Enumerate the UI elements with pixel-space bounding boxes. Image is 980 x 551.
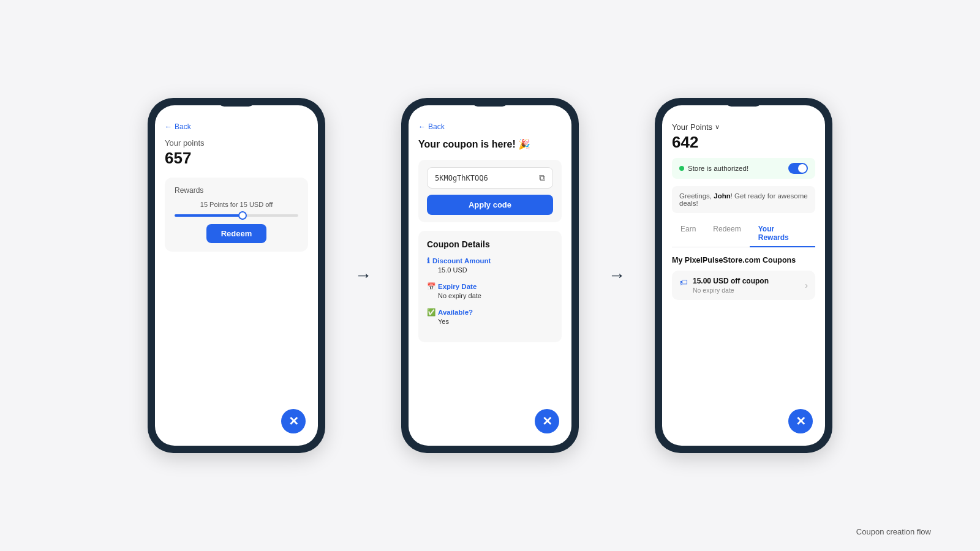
discount-row: ℹ Discount Amount 15.0 USD <box>427 257 553 274</box>
discount-value: 15.0 USD <box>427 266 553 274</box>
points-value-1: 657 <box>165 149 308 168</box>
greeting-prefix: Greetings, <box>679 192 714 200</box>
close-button-3[interactable]: ✕ <box>788 409 813 433</box>
green-dot-icon <box>679 166 684 171</box>
coupon-item-expiry: No expiry date <box>693 287 769 294</box>
close-button-2[interactable]: ✕ <box>535 409 559 433</box>
phone-2-inner: ← Back Your coupon is here! 🎉 5KMOgThKTO… <box>409 105 571 446</box>
arrow-1: → <box>355 266 372 285</box>
greeting-name: John <box>714 192 730 200</box>
copy-icon[interactable]: ⧉ <box>539 173 545 183</box>
phone-1: ← Back Your points 657 Rewards 15 Points… <box>148 98 325 453</box>
greetings-bar: Greetings, John! Get ready for awesome d… <box>672 186 815 213</box>
coupon-tag-icon: 🏷 <box>679 277 688 287</box>
slider-fill <box>175 214 243 217</box>
coupon-code-box: 5KMOgThKTOQ6 ⧉ Apply code <box>418 160 562 222</box>
phone-1-content: ← Back Your points 657 Rewards 15 Points… <box>155 105 318 446</box>
store-auth-text: Store is authorized! <box>688 165 748 172</box>
scene: ← Back Your points 657 Rewards 15 Points… <box>148 98 832 453</box>
store-auth-bar: Store is authorized! <box>672 158 815 179</box>
coupon-item-info: 15.00 USD off coupon No expiry date <box>693 277 769 294</box>
coupon-chevron-right-icon: › <box>805 280 808 290</box>
back-nav-1[interactable]: ← Back <box>165 122 308 131</box>
coupon-item[interactable]: 🏷 15.00 USD off coupon No expiry date › <box>672 271 815 300</box>
coupon-item-name: 15.00 USD off coupon <box>693 277 769 285</box>
rewards-card: Rewards 15 Points for 15 USD off Redeem <box>165 178 308 252</box>
coupon-code-text: 5KMOgThKTOQ6 <box>435 174 488 182</box>
phone-3: Your Points ∨ 642 Store is authorized! <box>655 98 832 453</box>
available-row: ✅ Available? Yes <box>427 308 553 325</box>
tab-redeem[interactable]: Redeem <box>704 220 749 247</box>
apply-code-button[interactable]: Apply code <box>427 195 553 215</box>
available-label: ✅ Available? <box>427 308 553 317</box>
coupon-item-left: 🏷 15.00 USD off coupon No expiry date <box>679 277 769 294</box>
code-input-row: 5KMOgThKTOQ6 ⧉ <box>427 167 553 189</box>
store-auth-left: Store is authorized! <box>679 165 748 172</box>
coupon-title: Your coupon is here! 🎉 <box>418 138 562 150</box>
calendar-icon: 📅 <box>427 282 435 291</box>
discount-icon: ℹ <box>427 257 430 265</box>
expiry-value: No expiry date <box>427 292 553 299</box>
phone-3-content: Your Points ∨ 642 Store is authorized! <box>662 105 825 446</box>
your-points-label: Your points <box>165 138 308 148</box>
redeem-button[interactable]: Redeem <box>206 224 267 243</box>
notch-1 <box>218 98 255 107</box>
toggle-switch[interactable] <box>788 163 808 174</box>
phone-1-inner: ← Back Your points 657 Rewards 15 Points… <box>155 105 318 446</box>
phone-2-content: ← Back Your coupon is here! 🎉 5KMOgThKTO… <box>409 105 571 446</box>
toggle-knob <box>798 164 807 173</box>
back-label-1: Back <box>175 122 191 131</box>
coupon-details-title: Coupon Details <box>427 239 553 249</box>
expiry-row: 📅 Expiry Date No expiry date <box>427 282 553 299</box>
coupons-section-title: My PixelPulseStore.com Coupons <box>672 256 815 264</box>
expiry-label: 📅 Expiry Date <box>427 282 553 291</box>
slider-thumb <box>238 211 247 220</box>
points-value-3: 642 <box>672 133 815 152</box>
points-header-left: Your Points ∨ <box>672 122 720 132</box>
points-header: Your Points ∨ <box>672 122 815 132</box>
caption: Coupon creation flow <box>856 527 931 536</box>
back-arrow-2: ← <box>418 122 426 131</box>
available-icon: ✅ <box>427 308 435 317</box>
rewards-card-title: Rewards <box>175 186 298 195</box>
reward-info: 15 Points for 15 USD off <box>175 201 298 208</box>
tab-earn[interactable]: Earn <box>672 220 704 247</box>
chevron-down-icon[interactable]: ∨ <box>715 123 720 131</box>
notch-2 <box>472 98 508 107</box>
notch-3 <box>725 98 762 107</box>
available-value: Yes <box>427 318 553 325</box>
back-nav-2[interactable]: ← Back <box>418 122 562 131</box>
back-arrow-1: ← <box>165 122 172 131</box>
discount-label: ℹ Discount Amount <box>427 257 553 265</box>
phone-2: ← Back Your coupon is here! 🎉 5KMOgThKTO… <box>401 98 579 453</box>
tabs-row: Earn Redeem Your Rewards <box>672 220 815 247</box>
points-header-title: Your Points <box>672 122 712 132</box>
tab-your-rewards[interactable]: Your Rewards <box>750 220 815 247</box>
close-button-1[interactable]: ✕ <box>281 409 306 433</box>
arrow-2: → <box>608 266 625 285</box>
phone-3-inner: Your Points ∨ 642 Store is authorized! <box>662 105 825 446</box>
slider-container[interactable] <box>175 214 298 217</box>
slider-track <box>175 214 298 217</box>
back-label-2: Back <box>428 122 445 131</box>
coupon-details-box: Coupon Details ℹ Discount Amount 15.0 US… <box>418 231 562 342</box>
